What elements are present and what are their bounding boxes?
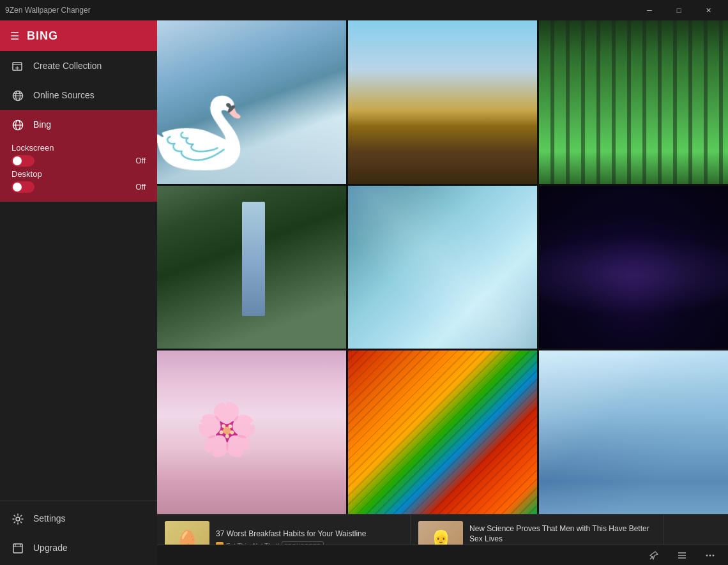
bing-icon <box>11 118 24 131</box>
create-collection-icon <box>11 59 24 72</box>
pin-button[interactable] <box>641 546 667 565</box>
desktop-off: Off <box>135 183 146 192</box>
online-sources-label: Online Sources <box>33 90 95 100</box>
bing-toggles: Lockscreen Off Desktop Off <box>0 139 157 202</box>
sidebar-item-create-collection[interactable]: Create Collection <box>0 51 157 80</box>
svg-rect-13 <box>13 544 22 553</box>
sidebar-bottom: Settings Upgrade <box>0 501 157 565</box>
lockscreen-label: Lockscreen <box>11 143 54 153</box>
ad-title-1: 37 Worst Breakfast Habits for Your Waist… <box>216 529 402 539</box>
wallpaper-glacier-aerial[interactable] <box>348 186 537 349</box>
ad-title-2: New Science Proves That Men with This Ha… <box>469 524 656 544</box>
wallpaper-ice-glacier[interactable] <box>539 350 728 514</box>
maximize-button[interactable]: □ <box>664 0 694 20</box>
app-title: 9Zen Wallpaper Changer <box>5 6 91 15</box>
more-button[interactable] <box>697 546 723 565</box>
wallpaper-waterfall[interactable] <box>157 186 346 349</box>
sidebar-item-upgrade[interactable]: Upgrade <box>0 533 157 562</box>
sidebar-item-bing[interactable]: Bing <box>0 110 157 139</box>
settings-label: Settings <box>33 513 66 524</box>
svg-point-22 <box>709 554 711 556</box>
wallpaper-pelican[interactable] <box>157 20 346 184</box>
lockscreen-toggle-control: Off <box>11 155 146 167</box>
wallpaper-galaxy[interactable] <box>539 186 728 349</box>
titlebar-left: 9Zen Wallpaper Changer <box>5 6 91 15</box>
sidebar-item-settings[interactable]: Settings <box>0 504 157 533</box>
wallpaper-cherry-blossom[interactable] <box>157 350 346 514</box>
wallpaper-grid <box>157 20 728 514</box>
sidebar-nav: Create Collection Online Sources <box>0 51 157 565</box>
close-button[interactable]: ✕ <box>694 0 723 20</box>
sidebar-item-online-sources[interactable]: Online Sources <box>0 80 157 110</box>
titlebar: 9Zen Wallpaper Changer ─ □ ✕ <box>0 0 728 20</box>
sidebar-spacer <box>0 202 157 501</box>
desktop-state: Off <box>135 183 146 192</box>
desktop-label: Desktop <box>11 169 42 179</box>
bing-label: Bing <box>33 119 51 130</box>
svg-point-12 <box>16 517 20 521</box>
upgrade-label: Upgrade <box>33 543 68 553</box>
desktop-toggle-row: Desktop <box>11 169 146 179</box>
wallpaper-forest[interactable] <box>539 20 728 184</box>
lockscreen-state: Off <box>135 156 146 165</box>
desktop-toggle-control: Off <box>11 181 146 193</box>
sidebar-header: ☰ BING <box>0 20 157 51</box>
online-sources-icon <box>11 89 24 102</box>
settings-icon <box>11 512 24 525</box>
upgrade-icon <box>11 541 24 554</box>
lockscreen-toggle-row: Lockscreen <box>11 143 146 153</box>
bottom-action-bar <box>157 545 728 565</box>
create-collection-label: Create Collection <box>33 61 102 71</box>
titlebar-controls: ─ □ ✕ <box>635 0 723 20</box>
svg-point-21 <box>706 554 708 556</box>
minimize-button[interactable]: ─ <box>635 0 664 20</box>
lockscreen-off: Off <box>135 156 146 165</box>
app-layout: ☰ BING Create Collection <box>0 20 728 565</box>
main-content: 🥚 37 Worst Breakfast Habits for Your Wai… <box>157 20 728 565</box>
list-button[interactable] <box>669 546 695 565</box>
bing-section: Bing Lockscreen Off Desktop <box>0 110 157 202</box>
lockscreen-toggle[interactable] <box>11 155 34 167</box>
sidebar-title: BING <box>27 29 58 43</box>
sidebar: ☰ BING Create Collection <box>0 20 157 565</box>
hamburger-icon[interactable]: ☰ <box>10 30 19 42</box>
desktop-toggle[interactable] <box>11 181 34 193</box>
wallpaper-feathers[interactable] <box>348 350 537 514</box>
svg-point-23 <box>713 554 715 556</box>
wallpaper-autumn-field[interactable] <box>348 20 537 184</box>
